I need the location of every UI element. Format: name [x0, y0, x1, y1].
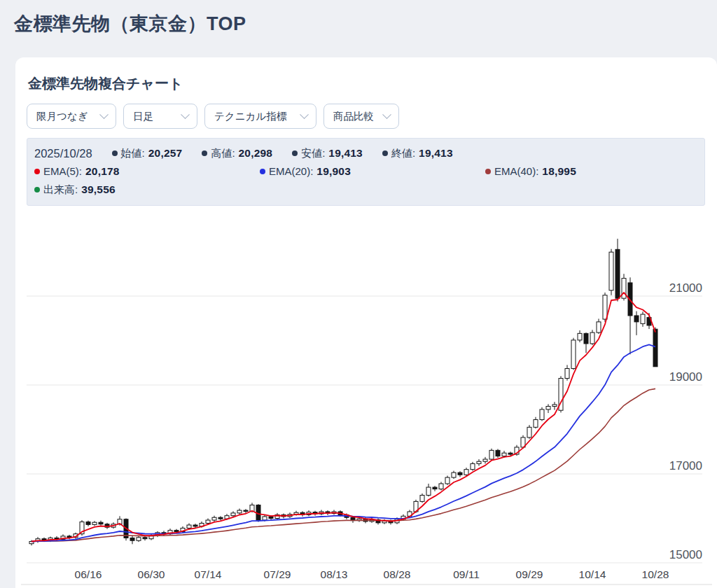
chevron-down-icon [181, 110, 190, 119]
open-value: 20,257 [148, 144, 183, 162]
y-axis-labels: 15000170001900021000 [669, 281, 702, 561]
contract-month-select-label: 限月つなぎ [36, 110, 88, 123]
ema40-stat: EMA(40): 18,995 [485, 162, 697, 181]
svg-text:08/13: 08/13 [321, 568, 348, 580]
ema5-line [32, 293, 655, 542]
svg-text:15000: 15000 [669, 548, 702, 561]
chevron-down-icon [300, 110, 309, 119]
technical-indicator-select[interactable]: テクニカル指標 [204, 104, 316, 129]
bullet-icon [112, 150, 118, 156]
chart-card: 金標準先物複合チャート 限月つなぎ 日足 テクニカル指標 商品比較 2025/1… [15, 57, 717, 588]
ohlc-row: 2025/10/28 始値: 20,257 高値: 20,298 安値: 19,… [34, 144, 697, 162]
svg-text:06/16: 06/16 [75, 568, 102, 580]
product-compare-select-label: 商品比較 [333, 110, 374, 123]
svg-text:09/29: 09/29 [516, 568, 543, 580]
high-stat: 高値: 20,298 [202, 144, 272, 162]
open-label: 始値: [121, 144, 145, 162]
svg-text:06/30: 06/30 [138, 568, 165, 580]
high-label: 高値: [211, 144, 235, 162]
chart-area: 1500017000190002100006/1606/3007/1407/29… [15, 209, 717, 588]
bullet-icon [202, 150, 207, 156]
high-value: 20,298 [239, 144, 273, 162]
ema40-line [32, 388, 655, 541]
ema20-label: EMA(20): [269, 162, 313, 181]
svg-text:07/14: 07/14 [195, 568, 222, 580]
ema20-value: 19,903 [316, 162, 351, 181]
bullet-icon [292, 150, 298, 156]
chart-controls: 限月つなぎ 日足 テクニカル指標 商品比較 [27, 104, 717, 129]
ema5-value: 20,178 [85, 162, 120, 181]
ema40-bullet-icon [485, 169, 491, 174]
ema5-bullet-icon [34, 169, 40, 174]
candles-layer [29, 239, 657, 545]
ema20-stat: EMA(20): 19,903 [260, 162, 485, 181]
product-compare-select[interactable]: 商品比較 [323, 104, 399, 129]
volume-row: 出来高: 39,556 [34, 181, 697, 199]
low-label: 安値: [301, 144, 325, 162]
ema20-bullet-icon [260, 169, 265, 174]
ema5-stat: EMA(5): 20,178 [34, 162, 260, 181]
grid-lines [21, 296, 712, 584]
candlestick-price-chart[interactable]: 1500017000190002100006/1606/3007/1407/29… [15, 209, 717, 588]
close-value: 19,413 [419, 144, 453, 162]
volume-value: 39,556 [81, 181, 116, 199]
low-stat: 安値: 19,413 [292, 144, 363, 162]
x-axis-labels: 06/1606/3007/1407/2908/1308/2809/1109/29… [75, 568, 669, 580]
contract-month-select[interactable]: 限月つなぎ [27, 104, 116, 129]
ema-row: EMA(5): 20,178 EMA(20): 19,903 EMA(40): … [34, 162, 697, 181]
quote-date: 2025/10/28 [34, 144, 92, 162]
quote-info-panel: 2025/10/28 始値: 20,257 高値: 20,298 安値: 19,… [27, 138, 705, 206]
timeframe-select[interactable]: 日足 [123, 104, 197, 129]
svg-text:10/28: 10/28 [642, 568, 669, 580]
svg-text:09/11: 09/11 [453, 568, 480, 580]
bullet-icon [382, 150, 388, 156]
close-stat: 終値: 19,413 [382, 144, 453, 162]
ema20-line [32, 344, 655, 541]
page-title: 金標準先物（東京金）TOP [14, 11, 717, 36]
volume-label: 出来高: [43, 181, 78, 199]
svg-text:08/28: 08/28 [384, 568, 411, 580]
volume-bullet-icon [34, 187, 40, 192]
svg-text:07/29: 07/29 [264, 568, 291, 580]
open-stat: 始値: 20,257 [112, 144, 183, 162]
volume-stat: 出来高: 39,556 [34, 181, 116, 199]
timeframe-select-label: 日足 [133, 110, 153, 123]
card-title: 金標準先物複合チャート [15, 57, 717, 93]
ema-lines-layer [32, 293, 655, 542]
svg-text:17000: 17000 [669, 459, 702, 472]
ema40-value: 18,995 [542, 162, 576, 181]
svg-text:21000: 21000 [669, 281, 702, 295]
svg-text:10/14: 10/14 [579, 568, 606, 580]
close-label: 終値: [391, 144, 415, 162]
ema5-label: EMA(5): [43, 162, 82, 181]
technical-indicator-select-label: テクニカル指標 [214, 110, 286, 123]
svg-text:19000: 19000 [669, 370, 702, 384]
chevron-down-icon [99, 110, 109, 119]
low-value: 19,413 [328, 144, 363, 162]
ema40-label: EMA(40): [494, 162, 538, 181]
chevron-down-icon [382, 110, 391, 119]
